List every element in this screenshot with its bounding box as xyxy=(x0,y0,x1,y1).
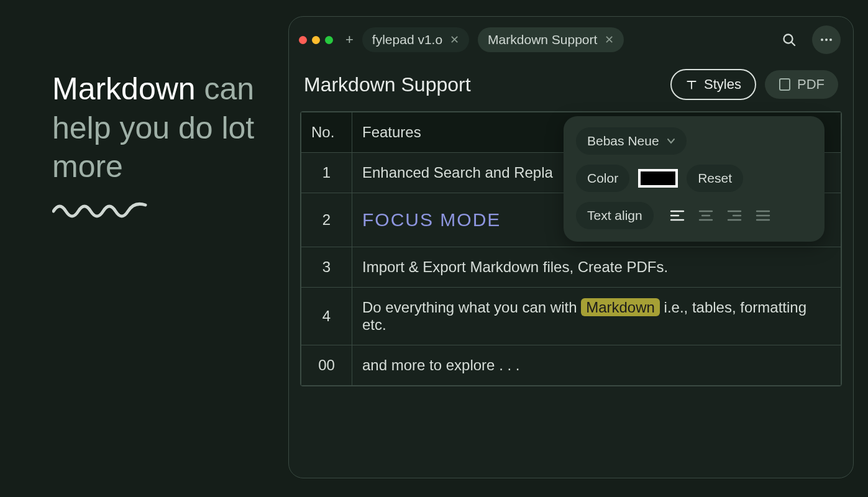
tab-markdown-support[interactable]: Markdown Support ✕ xyxy=(478,27,624,52)
minimize-window-icon[interactable] xyxy=(312,36,320,44)
titlebar: + fylepad v1.o ✕ Markdown Support ✕ xyxy=(289,17,853,63)
tab-label: Markdown Support xyxy=(488,32,597,47)
marketing-headline: Markdown can help you do lot more xyxy=(52,70,276,186)
table-row: 3 Import & Export Markdown files, Create… xyxy=(301,247,841,288)
cell-no: 4 xyxy=(301,288,352,345)
document-toolbar: Markdown Support Styles PDF xyxy=(289,63,853,111)
more-menu-button[interactable] xyxy=(812,25,841,54)
search-button[interactable] xyxy=(775,25,803,54)
text-align-label-chip: Text align xyxy=(576,202,654,229)
document-icon xyxy=(779,78,791,91)
cell-feature: and more to explore . . . xyxy=(352,345,841,386)
cell-no: 2 xyxy=(301,193,352,247)
align-center-button[interactable] xyxy=(695,204,717,227)
align-left-icon xyxy=(670,209,685,222)
headline-strong: Markdown xyxy=(52,71,196,106)
type-icon xyxy=(685,78,698,91)
markdown-chip: Markdown xyxy=(581,298,660,316)
search-icon xyxy=(782,32,797,47)
traffic-lights xyxy=(299,36,333,44)
tab-fylepad[interactable]: fylepad v1.o ✕ xyxy=(362,27,469,52)
align-right-button[interactable] xyxy=(723,204,746,227)
svg-point-2 xyxy=(821,39,823,41)
align-right-icon xyxy=(727,209,742,222)
cell-no: 3 xyxy=(301,247,352,288)
close-icon[interactable]: ✕ xyxy=(450,33,459,47)
cell-feature: Do everything what you can with Markdown… xyxy=(352,288,841,345)
svg-point-3 xyxy=(825,39,828,41)
cell-no: 00 xyxy=(301,345,352,386)
table-row: 00 and more to explore . . . xyxy=(301,345,841,386)
squiggle-decoration xyxy=(52,200,152,219)
svg-point-4 xyxy=(829,39,832,41)
cell-text: Do everything what you can with xyxy=(362,299,581,316)
document-title: Markdown Support xyxy=(304,73,471,96)
chevron-down-icon xyxy=(667,137,675,145)
color-button[interactable]: Color xyxy=(576,165,629,192)
col-header-no: No. xyxy=(301,112,352,153)
align-justify-button[interactable] xyxy=(752,204,774,227)
cell-feature: Import & Export Markdown files, Create P… xyxy=(352,247,841,288)
reset-button[interactable]: Reset xyxy=(687,165,743,192)
font-label: Bebas Neue xyxy=(587,134,659,148)
color-label: Color xyxy=(587,171,618,186)
styles-button[interactable]: Styles xyxy=(670,69,756,100)
close-window-icon[interactable] xyxy=(299,36,307,44)
styles-popover: Bebas Neue Color Reset Text align xyxy=(564,116,825,242)
font-select[interactable]: Bebas Neue xyxy=(576,127,687,155)
more-icon xyxy=(819,32,834,47)
app-window: + fylepad v1.o ✕ Markdown Support ✕ xyxy=(288,16,854,478)
table-row: 4 Do everything what you can with Markdo… xyxy=(301,288,841,345)
align-justify-icon xyxy=(756,209,770,222)
text-align-label: Text align xyxy=(587,208,642,223)
pdf-button[interactable]: PDF xyxy=(765,70,838,99)
new-tab-button[interactable]: + xyxy=(345,33,354,47)
focus-mode-text: FOCUS MODE xyxy=(362,209,501,230)
align-center-icon xyxy=(698,209,713,222)
pdf-label: PDF xyxy=(797,76,825,93)
align-left-button[interactable] xyxy=(666,204,688,227)
svg-rect-5 xyxy=(780,79,790,90)
tab-label: fylepad v1.o xyxy=(372,32,442,47)
close-icon[interactable]: ✕ xyxy=(605,33,614,47)
styles-label: Styles xyxy=(704,76,741,93)
color-swatch[interactable] xyxy=(638,169,678,188)
svg-line-1 xyxy=(792,42,795,45)
maximize-window-icon[interactable] xyxy=(325,36,333,44)
cell-no: 1 xyxy=(301,153,352,193)
reset-label: Reset xyxy=(698,171,732,186)
text-align-group xyxy=(666,204,774,227)
